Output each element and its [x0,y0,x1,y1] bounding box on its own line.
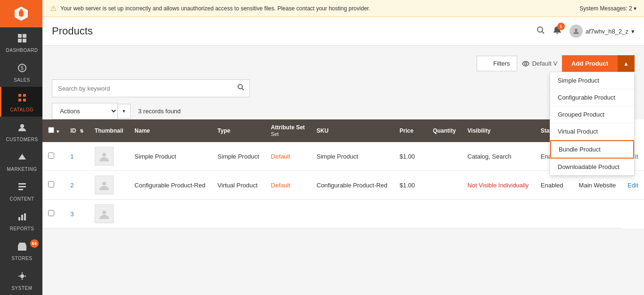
dropdown-item-grouped[interactable]: Grouped Product [550,106,634,123]
actions-select[interactable]: Actions [52,103,118,119]
dropdown-item-bundle[interactable]: Bundle Product [550,140,634,159]
svg-rect-7 [23,94,26,97]
row3-id-link[interactable]: 3 [70,211,74,218]
col-header-visibility: Visibility [462,119,535,142]
sidebar-item-catalog[interactable]: CATALOG [0,87,42,117]
row3-checkbox[interactable] [48,210,54,216]
actions-dropdown-arrow[interactable]: ▾ [118,104,131,118]
alert-left: ⚠ Your web server is set up incorrectly … [50,4,370,13]
user-dropdown-icon: ▾ [631,28,635,35]
sidebar-item-catalog-label: CATALOG [10,107,34,113]
magento-logo-icon [13,5,30,22]
sidebar-item-sales[interactable]: $ SALES [0,57,42,87]
add-product-dropdown: Simple Product Configurable Product Grou… [550,72,635,176]
row1-attribute-set: Default [265,142,311,171]
col-header-type: Type [212,119,265,142]
row2-attrset-link[interactable]: Default [271,182,290,189]
sidebar-item-sales-label: SALES [14,77,30,83]
row1-sku: Simple Product [311,142,394,171]
reports-icon [17,211,27,224]
svg-rect-1 [23,34,26,38]
svg-rect-16 [21,215,23,220]
stores-icon [17,241,27,254]
svg-point-10 [20,124,24,128]
sidebar-logo[interactable] [0,0,42,27]
row3-checkbox-cell [42,200,65,228]
system-messages-link[interactable]: System Messages: 2 ▾ [579,5,636,12]
row2-checkbox[interactable] [48,181,54,187]
svg-rect-18 [18,245,26,251]
dropdown-item-downloadable[interactable]: Downloadable Product [550,159,634,175]
sidebar-item-dashboard[interactable]: DASHBOARD [0,27,42,57]
svg-rect-17 [24,213,26,220]
filters-button[interactable]: Filters [477,56,517,71]
catalog-icon [17,93,27,105]
dropdown-item-virtual[interactable]: Virtual Product [550,123,634,140]
row2-sku: Configurable Product-Red [311,171,394,200]
sidebar-item-content[interactable]: CONTENT [0,176,42,206]
dropdown-item-simple[interactable]: Simple Product [550,72,634,89]
header-search-icon[interactable] [537,26,545,37]
svg-line-25 [242,88,244,90]
col-header-id[interactable]: ID ⇅ [65,119,89,142]
svg-rect-13 [18,186,26,187]
row1-id-link[interactable]: 1 [70,153,74,160]
header-right: 1 af7whv_h8_2_z ▾ [537,25,635,38]
row2-id: 2 [65,171,89,200]
select-all-checkbox[interactable] [48,127,54,133]
add-product-dropdown-button[interactable]: ▲ [618,55,635,72]
row3-rest [129,200,622,228]
id-sort-icon: ⇅ [80,128,83,134]
user-menu[interactable]: af7whv_h8_2_z ▾ [570,25,635,38]
row3-id: 3 [65,200,89,228]
notification-badge: 1 [557,23,565,30]
user-avatar [570,25,583,38]
row2-edit-link[interactable]: Edit [627,182,638,189]
sidebar-item-customers[interactable]: CUSTOMERS [0,117,42,146]
sidebar-item-dashboard-label: DASHBOARD [6,48,38,53]
page-header: Products 1 af7whv_h8_2_z ▾ [42,17,644,46]
table-row: 3 [42,200,644,228]
row2-attribute-set: Default [265,171,311,200]
search-submit-button[interactable] [232,80,249,97]
col-header-name: Name [129,119,212,142]
content-icon [17,182,27,194]
row2-id-link[interactable]: 2 [70,182,74,189]
sidebar-item-system[interactable]: SYSTEM [0,265,42,295]
marketing-icon [17,152,27,165]
svg-rect-0 [18,34,22,38]
row2-type: Virtual Product [212,171,265,200]
filters-label: Filters [493,60,510,67]
row1-attrset-link[interactable]: Default [271,153,290,160]
svg-point-24 [238,84,242,89]
notification-bell[interactable]: 1 [553,25,562,37]
row3-thumbnail [89,200,129,228]
svg-marker-11 [18,154,26,160]
default-view-button[interactable]: Default V [522,60,557,67]
col-header-sku: SKU [311,119,394,142]
search-input[interactable] [52,81,232,96]
svg-point-27 [102,153,106,157]
sidebar-item-reports[interactable]: REPORTS [0,206,42,236]
select-all-dropdown-icon[interactable]: ▾ [57,129,59,134]
sidebar-item-marketing[interactable]: MARKETING [0,146,42,176]
sales-icon: $ [17,63,27,76]
sidebar-item-customers-label: CUSTOMERS [6,137,38,143]
svg-point-19 [537,27,543,32]
svg-rect-14 [18,189,23,190]
row1-checkbox[interactable] [48,152,54,159]
add-product-button[interactable]: Add Product [562,55,618,72]
records-found: 3 records found [138,108,555,115]
stores-badge: 66 [30,239,39,248]
dashboard-icon [17,33,27,46]
svg-rect-2 [18,39,22,42]
sidebar: DASHBOARD $ SALES CATALOG CUSTOMERS MARK… [0,0,42,295]
dropdown-item-configurable[interactable]: Configurable Product [550,89,634,106]
row1-name: Simple Product [129,142,212,171]
row2-thumbnail [89,171,129,200]
sidebar-item-stores[interactable]: STORES 66 [0,236,42,265]
sidebar-item-content-label: CONTENT [10,196,34,202]
col-header-thumbnail: Thumbnail [89,119,129,142]
page-title: Products [52,25,93,37]
col-header-checkbox: ▾ [42,119,65,142]
